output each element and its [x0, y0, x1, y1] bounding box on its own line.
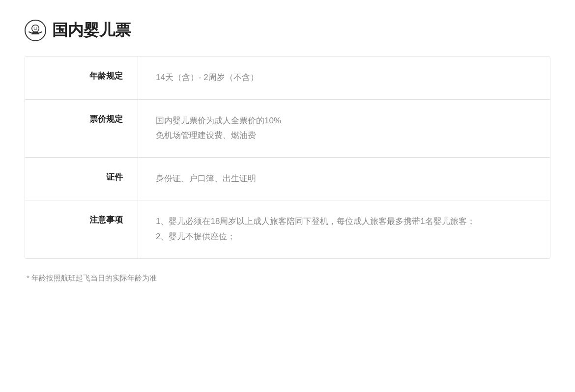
- price-rule-label: 票价规定: [25, 100, 138, 157]
- svg-point-3: [34, 28, 35, 28]
- notes-row: 注意事项 1、婴儿必须在18周岁以上成人旅客陪同下登机，每位成人旅客最多携带1名…: [25, 200, 550, 258]
- age-rule-value: 14天（含）- 2周岁（不含）: [138, 56, 550, 99]
- footnote: * 年龄按照航班起飞当日的实际年龄为准: [25, 274, 550, 283]
- svg-point-2: [32, 26, 39, 32]
- price-rule-row: 票价规定 国内婴儿票价为成人全票价的10% 免机场管理建设费、燃油费: [25, 100, 550, 158]
- page-header: 国内婴儿票: [25, 20, 550, 41]
- price-rule-line2: 免机场管理建设费、燃油费: [156, 131, 256, 140]
- svg-line-5: [29, 32, 31, 33]
- credentials-row: 证件 身份证、户口簿、出生证明: [25, 158, 550, 201]
- age-rule-row: 年龄规定 14天（含）- 2周岁（不含）: [25, 56, 550, 100]
- svg-point-4: [36, 28, 37, 28]
- notes-label: 注意事项: [25, 200, 138, 258]
- price-rule-value: 国内婴儿票价为成人全票价的10% 免机场管理建设费、燃油费: [138, 100, 550, 157]
- credentials-label: 证件: [25, 158, 138, 200]
- notes-value: 1、婴儿必须在18周岁以上成人旅客陪同下登机，每位成人旅客最多携带1名婴儿旅客；…: [138, 200, 550, 258]
- svg-line-6: [39, 32, 42, 33]
- notes-line1: 1、婴儿必须在18周岁以上成人旅客陪同下登机，每位成人旅客最多携带1名婴儿旅客；: [156, 217, 475, 226]
- age-rule-label: 年龄规定: [25, 56, 138, 99]
- info-table: 年龄规定 14天（含）- 2周岁（不含） 票价规定 国内婴儿票价为成人全票价的1…: [25, 56, 550, 259]
- credentials-value: 身份证、户口簿、出生证明: [138, 158, 550, 200]
- price-rule-line1: 国内婴儿票价为成人全票价的10%: [156, 116, 281, 125]
- notes-line2: 2、婴儿不提供座位；: [156, 232, 235, 241]
- page-title: 国内婴儿票: [52, 20, 131, 41]
- baby-icon: [25, 20, 46, 41]
